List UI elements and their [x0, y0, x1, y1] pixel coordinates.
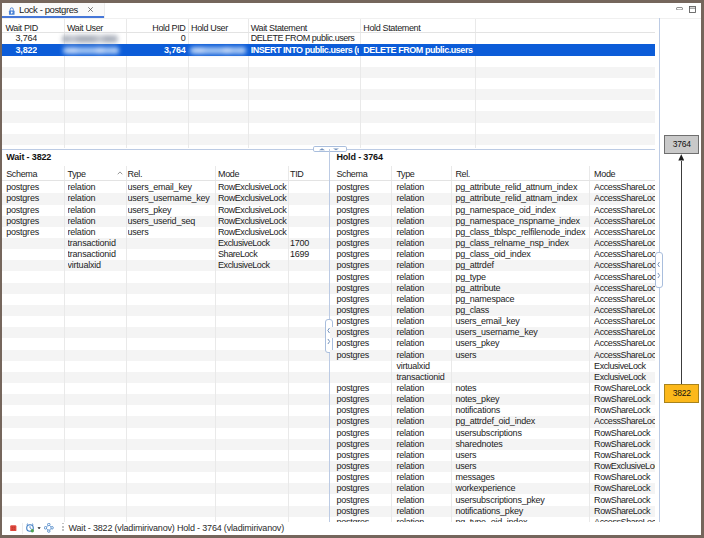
cell-mode: AccessShareLock: [594, 416, 655, 427]
lock-row[interactable]: postgresrelationsharednotesRowShareLock: [330, 439, 655, 450]
cell-mode: RowShareLock: [594, 383, 655, 394]
cell-type: relation: [396, 350, 450, 361]
lock-row[interactable]: postgresrelationpg_attribute_relid_attnu…: [330, 182, 655, 193]
stop-icon[interactable]: [10, 525, 17, 532]
cell-schema: postgres: [336, 283, 390, 294]
cell-type: relation: [396, 227, 450, 238]
table-row-stripe: [2, 327, 329, 338]
cell-type: relation: [396, 327, 450, 338]
cell-schema: postgres: [336, 182, 390, 193]
cell-schema: postgres: [336, 450, 390, 461]
cell-mode: AccessShareLock: [594, 305, 655, 316]
minimize-icon[interactable]: [676, 7, 683, 10]
lock-row[interactable]: postgresrelationpg_class_relname_nsp_ind…: [330, 238, 655, 249]
graph-node-wait[interactable]: 3822: [664, 384, 699, 403]
lock-row[interactable]: postgresrelationusers_pkeyRowExclusiveLo…: [2, 205, 329, 216]
cell-type: relation: [396, 506, 450, 517]
cell-type: transactionid: [68, 238, 123, 249]
lock-row[interactable]: postgresrelationpg_attrdefAccessShareLoc…: [330, 260, 655, 271]
column-header-type[interactable]: Type: [396, 169, 414, 179]
cell-mode: AccessShareLock: [594, 260, 655, 271]
lock-row[interactable]: postgresrelationnotesRowShareLock: [330, 383, 655, 394]
lock-row[interactable]: postgresrelationpg_namespaceAccessShareL…: [330, 294, 655, 305]
table-row-stripe: [2, 134, 655, 145]
auto-refresh-icon[interactable]: [25, 523, 35, 533]
lock-row[interactable]: transactionidShareLock1699: [2, 249, 329, 260]
lock-row[interactable]: postgresrelationpg_attributeAccessShareL…: [330, 283, 655, 294]
lock-row[interactable]: postgresrelationusersRowExclusiveLock: [2, 227, 329, 238]
cell-schema: postgres: [6, 216, 62, 227]
cell-type: relation: [396, 182, 450, 193]
column-header-mode[interactable]: Mode: [218, 169, 239, 179]
lock-row[interactable]: postgresrelationusersRowExclusiveLock: [330, 461, 655, 472]
lock-row[interactable]: postgresrelationpg_namespace_oid_indexAc…: [330, 205, 655, 216]
column-header-schema[interactable]: Schema: [6, 169, 37, 179]
cell-mode: RowExclusiveLock: [218, 216, 291, 227]
lock-row[interactable]: postgresrelationpg_class_oid_indexAccess…: [330, 249, 655, 260]
lock-row[interactable]: transactionidExclusiveLock1700: [2, 238, 329, 249]
cell-schema: postgres: [336, 472, 390, 483]
lock-row[interactable]: postgresrelationpg_classAccessShareLock: [330, 305, 655, 316]
column-header-mode[interactable]: Mode: [594, 169, 615, 179]
lock-row[interactable]: postgresrelationnotificationsRowShareLoc…: [330, 405, 655, 416]
lock-row[interactable]: postgresrelationpg_typeAccessShareLock: [330, 272, 655, 283]
lock-row[interactable]: postgresrelationusersAccessShareLock: [330, 350, 655, 361]
lock-row[interactable]: postgresrelationusersubscriptions_pkeyRo…: [330, 495, 655, 506]
column-header-rel[interactable]: Rel.: [128, 169, 143, 179]
cell-type: relation: [396, 260, 450, 271]
lock-row[interactable]: postgresrelationusersRowShareLock: [330, 450, 655, 461]
column-header-wait-statement[interactable]: Wait Statement: [251, 23, 307, 33]
lock-row[interactable]: postgresrelationusers_username_keyRowExc…: [2, 193, 329, 204]
cell-schema: postgres: [336, 327, 390, 338]
lock-row[interactable]: postgresrelationnotes_pkeyRowShareLock: [330, 394, 655, 405]
diagram-icon[interactable]: [44, 523, 54, 533]
lock-row[interactable]: postgresrelationnotifications_pkeyRowSha…: [330, 506, 655, 517]
lock-row[interactable]: postgresrelationpg_class_tblspc_relfilen…: [330, 227, 655, 238]
lock-row[interactable]: postgresrelationusersubscriptionsRowShar…: [330, 428, 655, 439]
cell-type: relation: [396, 338, 450, 349]
cell-schema: postgres: [336, 483, 390, 494]
table-row-stripe: [2, 67, 655, 78]
lock-row[interactable]: postgresrelationusers_userid_seqRowExclu…: [2, 216, 329, 227]
cell-mode: AccessShareLock: [594, 338, 655, 349]
column-header-wait-pid[interactable]: Wait PID: [6, 23, 38, 33]
column-header-rel[interactable]: Rel.: [455, 169, 470, 179]
cell-rel: sharednotes: [455, 439, 587, 450]
cell-schema: postgres: [336, 350, 390, 361]
cell-type: virtualxid: [396, 361, 450, 372]
tab-close-icon[interactable]: [87, 3, 94, 17]
splitter-collapse-control-graph[interactable]: [655, 252, 663, 288]
lock-table-row[interactable]: 3,8223,764INSERT INTO public.users (uDEL…: [2, 45, 655, 56]
column-header-hold-statement[interactable]: Hold Statement: [363, 23, 420, 33]
redacted-wait-user: [62, 35, 118, 42]
column-header-hold-pid[interactable]: Hold PID: [142, 23, 186, 33]
lock-row[interactable]: transactionidExclusiveLock: [330, 372, 655, 383]
lock-table-row[interactable]: 3,7640DELETE FROM public.users: [2, 33, 655, 44]
restore-window-icon[interactable]: [689, 6, 696, 13]
cell-mode: RowExclusiveLock: [218, 193, 291, 204]
lock-row[interactable]: postgresrelationusers_email_keyAccessSha…: [330, 316, 655, 327]
lock-row[interactable]: virtualxidExclusiveLock: [2, 260, 329, 271]
cell-type: relation: [396, 294, 450, 305]
cell-type: transactionid: [396, 372, 450, 383]
table-row-stripe: [2, 506, 329, 517]
lock-row[interactable]: postgresrelationpg_attrdef_oid_indexAcce…: [330, 416, 655, 427]
cell-tid: 1700: [290, 238, 326, 249]
column-header-type[interactable]: Type: [68, 169, 86, 179]
dropdown-caret-icon[interactable]: [37, 527, 41, 530]
lock-row[interactable]: postgresrelationusers_username_keyAccess…: [330, 327, 655, 338]
column-header-hold-user[interactable]: Hold User: [191, 23, 228, 33]
cell-schema: postgres: [336, 495, 390, 506]
column-header-schema[interactable]: Schema: [336, 169, 367, 179]
lock-row[interactable]: postgresrelationpg_namespace_nspname_ind…: [330, 216, 655, 227]
lock-row[interactable]: postgresrelationworkexperienceRowShareLo…: [330, 483, 655, 494]
graph-node-hold[interactable]: 3764: [664, 135, 699, 153]
lock-row[interactable]: virtualxidExclusiveLock: [330, 361, 655, 372]
lock-row[interactable]: postgresrelationusers_email_keyRowExclus…: [2, 182, 329, 193]
lock-row[interactable]: postgresrelationpg_attribute_relid_attna…: [330, 193, 655, 204]
column-header-tid[interactable]: TID: [290, 169, 303, 179]
lock-row[interactable]: postgresrelationmessagesRowShareLock: [330, 472, 655, 483]
cell-type: virtualxid: [68, 260, 123, 271]
column-header-wait-user[interactable]: Wait User: [67, 23, 103, 33]
lock-row[interactable]: postgresrelationusers_pkeyAccessShareLoc…: [330, 338, 655, 349]
